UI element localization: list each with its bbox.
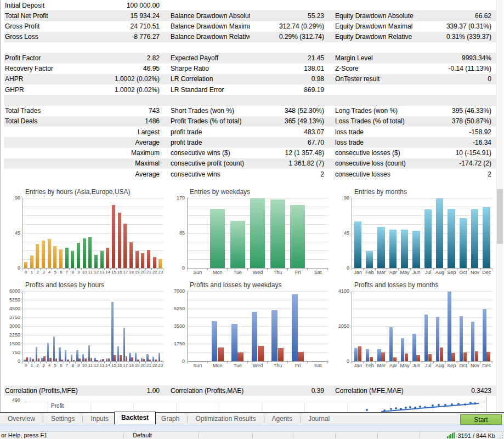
y-axis-tick-label: 3500 [169, 323, 185, 329]
tab-separator [82, 415, 83, 423]
y-axis-tick-label: 4100 [334, 288, 349, 294]
tab-separator [43, 415, 43, 423]
stat-value: 348 (52.30%) [250, 107, 324, 115]
loss-bar [120, 355, 122, 361]
stat-label: Equity Drawdown Maximal [324, 22, 417, 30]
chart-title: Entries by hours (Asia,Europe,USA) [25, 188, 130, 196]
bar [230, 221, 245, 268]
profit-ytick-label: 490 [8, 397, 20, 403]
bar [290, 205, 305, 268]
profit-data-point [438, 404, 440, 406]
stat-value: 2 [417, 170, 491, 178]
profit-bar [30, 357, 32, 361]
x-axis-tick-label: 17 [122, 363, 128, 368]
x-axis-tick-label: Sun [188, 270, 208, 275]
loss-bar [126, 356, 128, 361]
scrollbar-thumb[interactable] [497, 189, 503, 244]
stats-spacer-row [4, 42, 496, 53]
loss-bar [49, 358, 52, 361]
x-axis-tick-label: 11 [87, 363, 93, 368]
profit-data-point [400, 408, 402, 410]
stat-label: loss trade [324, 139, 417, 146]
x-axis-tick-label: 9 [76, 270, 82, 275]
loss-bar [102, 359, 104, 361]
x-axis-tick-label: Mon [208, 363, 228, 368]
loss-bar [298, 352, 304, 361]
profit-bar [158, 353, 161, 361]
profit-data-point [444, 404, 446, 406]
tab-backtest[interactable]: Backtest [114, 412, 156, 424]
stat-label: Sharpe Ratio [160, 65, 250, 72]
stats-row: Gross Loss-8 776.27Balance Drawdown Rela… [4, 32, 496, 42]
profit-bar [59, 347, 61, 361]
profit-series-label: Profit [51, 403, 64, 409]
vertical-scrollbar[interactable] [496, 0, 503, 412]
x-axis-tick-label: 4 [47, 363, 53, 368]
x-axis-tick-label: 9 [76, 363, 82, 368]
bar [366, 251, 373, 268]
stat-value: 1 361.82 (7) [250, 159, 324, 167]
loss-bar [381, 352, 384, 361]
x-axis-tick-label: 17 [122, 270, 128, 275]
profit-bar [88, 345, 90, 361]
x-axis-tick-label: May [399, 270, 410, 275]
x-axis-tick-label: 21 [146, 363, 152, 368]
tab-graph[interactable]: Graph [156, 414, 185, 424]
tab-inputs[interactable]: Inputs [85, 414, 114, 424]
stat-label: Margin Level [324, 54, 417, 62]
profit-bar [231, 324, 237, 361]
profit-data-point [383, 409, 386, 412]
tab-agents[interactable]: Agents [267, 414, 298, 424]
bar [48, 239, 51, 268]
loss-bar [108, 358, 110, 361]
x-axis-tick-label: 2 [35, 270, 41, 275]
start-button[interactable]: Start [460, 414, 502, 425]
stat-value: 0.98 [250, 75, 324, 83]
stat-label: Correlation (Profits,MAE) [160, 387, 250, 395]
loss-bar [78, 358, 81, 361]
bar [135, 251, 139, 268]
profit-bar [76, 350, 78, 361]
profit-bar [135, 353, 137, 361]
stat-value: 46.95 [83, 65, 160, 72]
x-axis-tick-label: 3 [41, 270, 47, 275]
backtest-report-panel: Initial Deposit100 000.00Total Net Profi… [0, 0, 504, 412]
x-axis-tick-label: 22 [152, 270, 158, 275]
bar [153, 257, 156, 268]
status-divider [293, 433, 293, 438]
profit-bar [483, 309, 486, 361]
loss-bar [393, 357, 397, 361]
x-axis-tick-label: Jun [411, 270, 422, 275]
stat-label: GHPR [4, 86, 83, 94]
x-axis-tick-label: Jan [352, 270, 364, 275]
chart-title: Profits and losses by weekdays [190, 281, 281, 289]
loss-bar [440, 347, 443, 361]
x-axis-tick-label: 18 [128, 270, 134, 275]
stat-label: consecutive profit (count) [160, 159, 250, 167]
resize-grip[interactable] [497, 433, 503, 438]
stat-value: 21.45 [250, 54, 324, 62]
stat-label: OnTester result [324, 75, 417, 83]
bar [483, 207, 490, 268]
tab-optimization-results[interactable]: Optimization Results [190, 414, 261, 424]
tab-overview[interactable]: Overview [2, 414, 41, 424]
profit-gridline [25, 402, 486, 402]
x-axis-labels: JanFebMarAprMayJunJulAugSepOctNovDec [352, 363, 492, 368]
stat-label: Gross Loss [4, 33, 83, 41]
y-axis-tick-label: 0 [334, 265, 349, 271]
profit-data-point [424, 406, 426, 408]
stats-row: Largestprofit trade483.07loss trade-158.… [4, 127, 496, 137]
y-axis-tick-label: 90 [5, 195, 20, 201]
profit-bar [47, 343, 49, 361]
tab-journal[interactable]: Journal [303, 414, 335, 424]
stats-row: Maximumconsecutive wins ($)12 (1 357.48)… [4, 148, 496, 158]
stat-value: 743 [83, 107, 160, 115]
profit-axis-line [48, 402, 48, 412]
x-axis-tick-label: 16 [117, 363, 123, 368]
x-axis-tick-label: Sat [308, 270, 328, 275]
loss-bar [73, 360, 75, 361]
stat-value: 12 (1 357.48) [250, 149, 324, 157]
tab-settings[interactable]: Settings [46, 414, 80, 424]
x-axis-tick-label: Mar [376, 363, 387, 368]
profit-bar [41, 358, 43, 361]
